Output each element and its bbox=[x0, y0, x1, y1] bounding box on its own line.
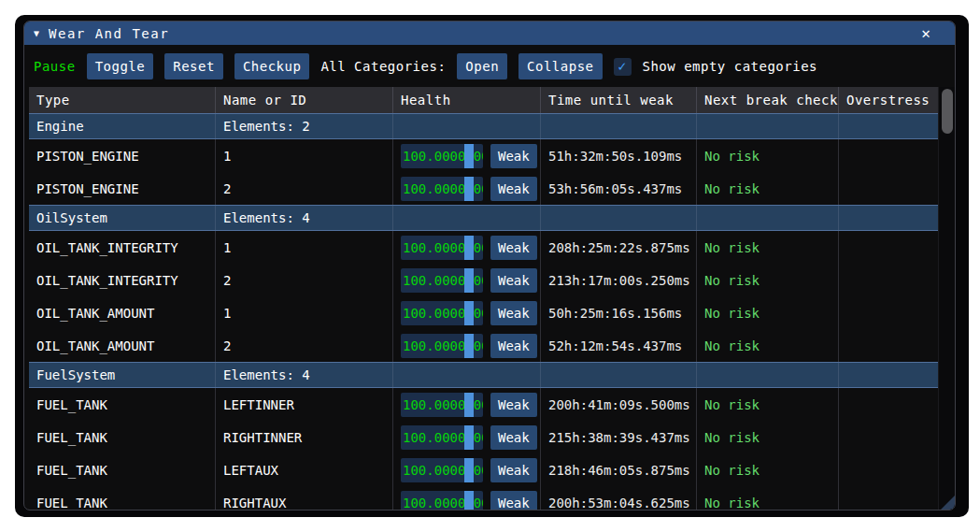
column-header-type[interactable]: Type bbox=[29, 87, 216, 113]
close-icon[interactable]: ✕ bbox=[921, 26, 930, 41]
cell-name-or-id: 1 bbox=[216, 296, 393, 329]
weak-button[interactable]: Weak bbox=[490, 393, 537, 417]
weak-button[interactable]: Weak bbox=[490, 236, 537, 260]
cell-type: PISTON_ENGINE bbox=[29, 172, 216, 205]
cell-next-break-check: No risk bbox=[697, 264, 839, 296]
table-row: OIL_TANK_AMOUNT1100.00000000Weak50h:25m:… bbox=[29, 296, 938, 329]
cell-name-or-id: 2 bbox=[216, 264, 393, 296]
weak-button[interactable]: Weak bbox=[490, 458, 537, 482]
health-slider[interactable]: 100.00000000 bbox=[401, 177, 483, 201]
weak-button[interactable]: Weak bbox=[490, 177, 537, 201]
cell-name-or-id: 2 bbox=[216, 172, 393, 205]
collapse-arrow-icon[interactable]: ▼ bbox=[34, 28, 39, 38]
health-slider[interactable]: 100.00000000 bbox=[401, 301, 483, 325]
window-shadow-frame: ▼ Wear And Tear ✕ Pause Toggle Reset Che… bbox=[15, 15, 969, 517]
health-slider[interactable]: 100.00000000 bbox=[401, 491, 483, 510]
cell-health: 100.00000000Weak bbox=[393, 421, 541, 453]
cell-next-break-check: No risk bbox=[697, 296, 839, 329]
cell-next-break-check: No risk bbox=[697, 453, 839, 486]
table-row: OIL_TANK_INTEGRITY1100.00000000Weak208h:… bbox=[29, 231, 938, 264]
column-header-overstress[interactable]: Overstress bbox=[839, 87, 938, 113]
vertical-scrollbar[interactable] bbox=[938, 87, 956, 510]
health-slider[interactable]: 100.00000000 bbox=[401, 393, 483, 417]
cell-type: FUEL_TANK bbox=[29, 421, 216, 453]
cell-type: PISTON_ENGINE bbox=[29, 139, 216, 172]
cell-name-or-id: LEFTINNER bbox=[216, 388, 393, 421]
slider-handle[interactable] bbox=[464, 177, 474, 201]
category-time-cell bbox=[541, 363, 697, 387]
cell-type: OIL_TANK_INTEGRITY bbox=[29, 264, 216, 296]
column-header-time-until-weak[interactable]: Time until weak bbox=[541, 87, 697, 113]
slider-handle[interactable] bbox=[464, 491, 474, 510]
weak-button[interactable]: Weak bbox=[490, 268, 537, 293]
weak-button[interactable]: Weak bbox=[490, 144, 537, 168]
cell-type: FUEL_TANK bbox=[29, 453, 216, 486]
slider-handle[interactable] bbox=[464, 268, 474, 293]
slider-handle[interactable] bbox=[464, 334, 474, 358]
slider-handle[interactable] bbox=[464, 236, 474, 260]
cell-type: OIL_TANK_INTEGRITY bbox=[29, 231, 216, 264]
weak-button[interactable]: Weak bbox=[490, 425, 537, 450]
slider-handle[interactable] bbox=[464, 144, 474, 168]
health-slider[interactable]: 100.00000000 bbox=[401, 425, 483, 450]
wear-table: Type Name or ID Health Time until weak N… bbox=[29, 87, 956, 510]
cell-type: FUEL_TANK bbox=[29, 388, 216, 421]
toggle-button[interactable]: Toggle bbox=[87, 53, 154, 79]
cell-next-break-check: No risk bbox=[697, 421, 839, 453]
category-overstress-cell bbox=[839, 363, 938, 387]
category-time-cell bbox=[541, 114, 697, 138]
table-row: OIL_TANK_AMOUNT2100.00000000Weak52h:12m:… bbox=[29, 329, 938, 362]
cell-next-break-check: No risk bbox=[697, 172, 839, 205]
category-next-cell bbox=[697, 114, 839, 138]
slider-handle[interactable] bbox=[464, 458, 474, 482]
pause-status-label: Pause bbox=[34, 59, 76, 74]
health-slider[interactable]: 100.00000000 bbox=[401, 334, 483, 358]
cell-name-or-id: 2 bbox=[216, 329, 393, 362]
checkup-button[interactable]: Checkup bbox=[234, 53, 310, 79]
table-row: FUEL_TANKLEFTINNER100.00000000Weak200h:4… bbox=[29, 388, 938, 421]
category-name: Engine bbox=[29, 114, 216, 138]
cell-health: 100.00000000Weak bbox=[393, 296, 541, 329]
table-row: FUEL_TANKLEFTAUX100.00000000Weak218h:46m… bbox=[29, 453, 938, 486]
table-row: OIL_TANK_INTEGRITY2100.00000000Weak213h:… bbox=[29, 264, 938, 296]
category-overstress-cell bbox=[839, 114, 938, 138]
column-header-name-or-id[interactable]: Name or ID bbox=[216, 87, 393, 113]
category-row[interactable]: OilSystemElements: 4 bbox=[29, 205, 938, 231]
show-empty-categories-checkbox[interactable]: ✓ bbox=[614, 58, 632, 76]
cell-health: 100.00000000Weak bbox=[393, 329, 541, 362]
cell-overstress bbox=[839, 453, 938, 486]
column-header-next-break-check[interactable]: Next break check bbox=[697, 87, 839, 113]
cell-time-until-weak: 51h:32m:50s.109ms bbox=[541, 139, 697, 172]
cell-overstress bbox=[839, 329, 938, 362]
wear-and-tear-window: ▼ Wear And Tear ✕ Pause Toggle Reset Che… bbox=[23, 21, 956, 510]
cell-next-break-check: No risk bbox=[697, 231, 839, 264]
column-header-health[interactable]: Health bbox=[393, 87, 541, 113]
cell-name-or-id: RIGHTINNER bbox=[216, 421, 393, 453]
category-elements-count: Elements: 4 bbox=[216, 206, 393, 230]
collapse-all-button[interactable]: Collapse bbox=[518, 53, 602, 79]
scrollbar-thumb[interactable] bbox=[942, 89, 953, 134]
slider-handle[interactable] bbox=[464, 393, 474, 417]
window-titlebar[interactable]: ▼ Wear And Tear ✕ bbox=[24, 22, 955, 45]
weak-button[interactable]: Weak bbox=[490, 301, 537, 325]
resize-grip-icon[interactable] bbox=[941, 496, 955, 510]
category-row[interactable]: FuelSystemElements: 4 bbox=[29, 362, 938, 388]
category-row[interactable]: EngineElements: 2 bbox=[29, 113, 938, 139]
slider-handle[interactable] bbox=[464, 425, 474, 450]
health-slider[interactable]: 100.00000000 bbox=[401, 458, 483, 482]
health-slider[interactable]: 100.00000000 bbox=[401, 268, 483, 293]
weak-button[interactable]: Weak bbox=[490, 491, 537, 510]
cell-time-until-weak: 50h:25m:16s.156ms bbox=[541, 296, 697, 329]
reset-button[interactable]: Reset bbox=[164, 53, 223, 79]
cell-name-or-id: 1 bbox=[216, 231, 393, 264]
weak-button[interactable]: Weak bbox=[490, 334, 537, 358]
slider-handle[interactable] bbox=[464, 301, 474, 325]
cell-health: 100.00000000Weak bbox=[393, 388, 541, 421]
cell-time-until-weak: 200h:41m:09s.500ms bbox=[541, 388, 697, 421]
open-all-button[interactable]: Open bbox=[457, 53, 507, 79]
health-slider[interactable]: 100.00000000 bbox=[401, 144, 483, 168]
toolbar: Pause Toggle Reset Checkup All Categorie… bbox=[34, 53, 955, 79]
health-slider[interactable]: 100.00000000 bbox=[401, 236, 483, 260]
show-empty-categories-label: Show empty categories bbox=[643, 59, 818, 74]
category-elements-count: Elements: 4 bbox=[216, 363, 393, 387]
